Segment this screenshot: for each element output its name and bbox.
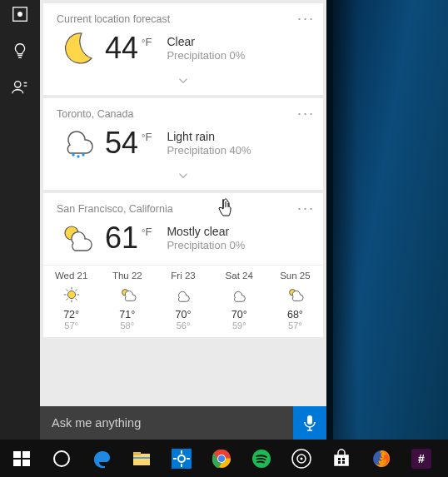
firefox-icon[interactable] [363, 442, 400, 475]
condition-text: Light rain [167, 130, 251, 143]
svg-point-39 [301, 457, 303, 460]
forecast-day[interactable]: Fri 23 70° 56° [155, 266, 211, 337]
temp-unit: °F [142, 226, 152, 238]
card-menu-icon[interactable]: ··· [297, 10, 315, 27]
svg-text:#: # [418, 452, 425, 465]
cortana-search-box[interactable]: Ask me anything [40, 406, 326, 440]
forecast-day[interactable]: Wed 21 72° 57° [43, 266, 99, 337]
card-title: San Francisco, California [43, 193, 323, 216]
moon-icon [57, 28, 97, 68]
svg-rect-26 [133, 457, 150, 459]
mic-button[interactable] [293, 406, 326, 440]
file-explorer-icon[interactable] [123, 442, 160, 475]
focus-icon[interactable] [11, 5, 29, 23]
cortana-rail [0, 0, 40, 440]
chevron-down-icon[interactable] [43, 170, 323, 190]
card-menu-icon[interactable]: ··· [297, 105, 315, 122]
svg-rect-24 [133, 454, 150, 465]
svg-point-5 [82, 153, 84, 156]
cloud-icon [212, 284, 267, 306]
temp-unit: °F [142, 131, 152, 143]
svg-point-2 [15, 82, 21, 87]
svg-rect-43 [338, 461, 341, 464]
temp-unit: °F [142, 36, 152, 48]
cursor-icon [217, 197, 234, 217]
svg-rect-18 [307, 415, 312, 425]
tip-icon[interactable] [11, 42, 29, 60]
chevron-down-icon[interactable] [43, 75, 323, 95]
forecast-day[interactable]: Thu 22 71° 58° [99, 266, 155, 337]
svg-line-15 [75, 290, 77, 291]
spotify-icon[interactable] [243, 442, 280, 475]
svg-rect-25 [133, 452, 141, 455]
cloud-icon [155, 284, 211, 306]
precip-text: Precipitation 0% [167, 49, 245, 62]
svg-point-23 [54, 451, 69, 466]
card-title: Toronto, Canada [43, 98, 323, 122]
precip-text: Precipitation 0% [167, 239, 245, 251]
weather-cards: ··· Current location forecast 44 °F Clea… [40, 0, 326, 406]
svg-point-7 [67, 291, 75, 298]
settings-icon[interactable] [163, 442, 200, 475]
groove-icon[interactable] [283, 442, 320, 475]
temp-value: 61 [105, 223, 138, 253]
chrome-icon[interactable] [203, 442, 240, 475]
forecast-day[interactable]: Sun 25 68° 57° [267, 266, 323, 337]
svg-line-14 [66, 299, 67, 301]
card-menu-icon[interactable]: ··· [297, 200, 315, 217]
weather-card-sf[interactable]: ··· San Francisco, California 61 °F Most… [43, 193, 323, 337]
forecast-day[interactable]: Sat 24 70° 59° [212, 266, 267, 337]
weather-card-toronto[interactable]: ··· Toronto, Canada 54 °F Light rain Pre… [43, 98, 323, 190]
temp-value: 44 [105, 33, 138, 63]
start-button[interactable] [3, 442, 40, 475]
svg-rect-44 [342, 461, 345, 464]
temp-value: 54 [105, 128, 138, 158]
svg-rect-20 [22, 451, 30, 458]
svg-rect-42 [342, 458, 345, 460]
taskbar: # [0, 440, 448, 477]
sun-icon [43, 284, 99, 306]
svg-point-4 [77, 155, 79, 157]
svg-rect-22 [22, 460, 30, 466]
search-placeholder: Ask me anything [40, 416, 293, 430]
weather-card-current[interactable]: ··· Current location forecast 44 °F Clea… [43, 3, 323, 95]
store-icon[interactable] [323, 442, 360, 475]
svg-line-12 [66, 290, 67, 291]
cortana-panel: ··· Current location forecast 44 °F Clea… [40, 0, 326, 440]
feedback-icon[interactable] [11, 78, 29, 97]
cortana-icon[interactable] [43, 442, 80, 475]
condition-text: Clear [167, 35, 245, 48]
partly-cloudy-icon [99, 284, 155, 306]
svg-rect-21 [13, 460, 21, 466]
precip-text: Precipitation 40% [167, 144, 251, 157]
svg-rect-40 [335, 455, 348, 465]
svg-rect-19 [13, 451, 21, 458]
card-title: Current location forecast [43, 3, 323, 27]
svg-line-13 [75, 299, 77, 301]
svg-point-1 [18, 12, 22, 17]
edge-icon[interactable] [83, 442, 120, 475]
svg-rect-41 [338, 458, 341, 460]
partly-cloudy-icon [267, 284, 323, 306]
condition-text: Mostly clear [167, 225, 245, 238]
svg-point-35 [218, 455, 225, 462]
svg-point-3 [72, 153, 74, 156]
forecast-row: Wed 21 72° 57° Thu 22 71° 58° Fri 23 70°… [43, 265, 323, 337]
slack-icon[interactable]: # [403, 442, 440, 475]
rain-icon [57, 123, 97, 163]
partly-cloudy-icon [57, 218, 97, 258]
